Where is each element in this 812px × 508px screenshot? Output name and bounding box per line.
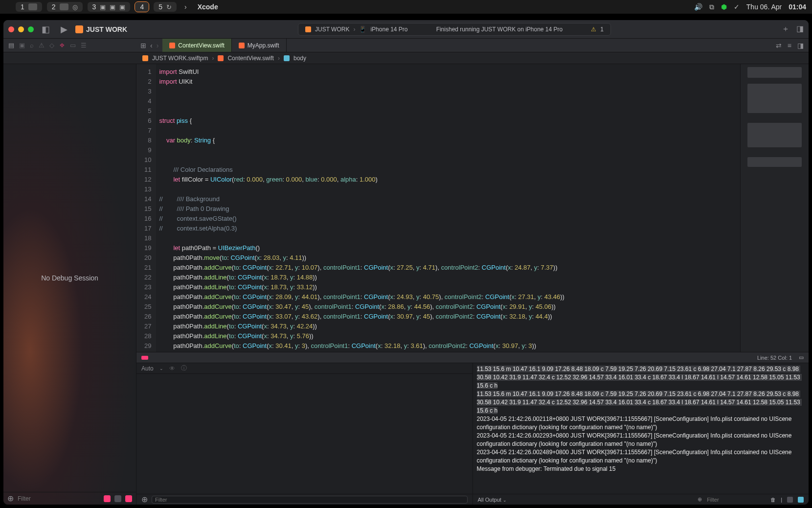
code-editor[interactable]: 1234567891011121314151617181920212223242… — [136, 64, 809, 352]
warning-count: 1 — [600, 26, 604, 33]
workspace-1[interactable]: 1 — [16, 2, 42, 12]
swift-file-icon — [239, 43, 245, 48]
crumb-project: JUST WORK.swiftpm — [152, 55, 208, 62]
check-icon[interactable]: ✓ — [734, 3, 740, 11]
navigator-filter-input[interactable] — [18, 495, 100, 502]
variables-pane-toggle[interactable] — [787, 497, 793, 503]
related-items-button[interactable]: ⊞ — [140, 42, 146, 49]
filter-pink-toggle[interactable] — [104, 495, 111, 502]
filter-icon: ⊕ — [7, 494, 14, 503]
filter-icon: ⊕ — [698, 496, 702, 503]
status-icon[interactable]: ⬢ — [721, 3, 727, 11]
editor-status-strip: Line: 52 Col: 1 ▭ — [136, 352, 809, 363]
xcode-toolbar: ◧ ▶ JUST WORK JUST WORK › 📱 iPhone 14 Pr… — [3, 20, 809, 39]
volume-icon[interactable]: 🔊 — [694, 3, 702, 11]
close-window-button[interactable] — [8, 26, 14, 32]
menubar-date[interactable]: Thu 06. Apr — [746, 3, 782, 11]
variables-scope-selector[interactable]: Auto — [141, 365, 154, 372]
project-icon — [305, 26, 311, 32]
editor-breadcrumb[interactable]: JUST WORK.swiftpm › ContentView.swift › … — [3, 52, 809, 64]
workspace-3[interactable]: 3▣▣▣ — [88, 2, 131, 12]
device-icon: 📱 — [359, 26, 366, 33]
menubar-app-name[interactable]: Xcode — [195, 3, 218, 11]
debug-navigator-empty: No Debug Session — [3, 64, 136, 492]
window-controls — [8, 26, 34, 32]
filter-toggle-2[interactable] — [114, 495, 121, 502]
nav-reports-icon[interactable]: ☰ — [81, 42, 87, 49]
left-navigator-panel: No Debug Session ⊕ — [3, 64, 136, 505]
toggle-left-panel-button[interactable]: ◧ — [39, 24, 53, 35]
property-icon — [284, 55, 290, 61]
canvas-toggle-icon[interactable]: ▭ — [799, 354, 804, 361]
nav-source-control-icon[interactable]: ▣ — [19, 42, 25, 49]
line-gutter: 1234567891011121314151617181920212223242… — [136, 64, 156, 352]
crumb-file: ContentView.swift — [227, 55, 274, 62]
debug-area: Auto⌄ 👁 ⓘ ⊕ 11.53 15.6 m 10.47 16.1 9.09… — [136, 363, 809, 505]
nav-debug-icon[interactable]: ❖ — [59, 42, 65, 49]
eye-icon[interactable]: 👁 — [169, 365, 175, 372]
control-center-icon[interactable]: ⧉ — [709, 3, 714, 11]
library-button[interactable]: ◨ — [796, 24, 804, 34]
back-button[interactable]: ‹ — [150, 42, 153, 49]
scheme-selector[interactable]: JUST WORK — [75, 25, 127, 33]
crumb-symbol: body — [293, 55, 306, 62]
console-filter-input[interactable] — [707, 497, 766, 503]
nav-tests-icon[interactable]: ◇ — [49, 42, 54, 49]
variables-filter-input[interactable] — [152, 496, 468, 504]
info-icon[interactable]: ⓘ — [181, 364, 187, 372]
reload-icon: ↻ — [166, 3, 172, 11]
nav-breakpoints-icon[interactable]: ▭ — [70, 42, 76, 49]
menubar-time[interactable]: 01:04 — [789, 3, 806, 11]
swift-file-icon — [218, 55, 224, 61]
status-message: Finished running JUST WORK on iPhone 14 … — [436, 26, 563, 33]
tab-label: ContentView.swift — [178, 42, 225, 49]
tab-label: MyApp.swift — [248, 42, 279, 49]
nav-find-icon[interactable]: ⚠︎ — [39, 42, 45, 49]
forward-button[interactable]: › — [157, 42, 159, 49]
filter-icon: ⊕ — [141, 495, 148, 504]
swift-file-icon — [169, 43, 175, 48]
add-editor-icon[interactable]: ◨ — [797, 42, 804, 49]
add-button[interactable]: ＋ — [782, 24, 789, 34]
discord-icon: ◎ — [72, 3, 78, 11]
zoom-window-button[interactable] — [28, 26, 34, 32]
chevron-right-icon: › — [181, 3, 190, 11]
console-view: 11.53 15.6 m 10.47 16.1 9.09 17.26 8.48 … — [473, 363, 809, 505]
tab-contentview[interactable]: ContentView.swift — [162, 39, 232, 52]
nav-symbols-icon[interactable]: ⌕ — [30, 42, 34, 49]
variables-view: Auto⌄ 👁 ⓘ ⊕ — [136, 363, 473, 505]
scheme-project-name: JUST WORK — [86, 25, 127, 33]
trash-icon[interactable]: 🗑 — [770, 497, 776, 503]
console-scope-selector[interactable]: All Output ⌄ — [478, 497, 507, 503]
console-pane-toggle[interactable] — [798, 497, 804, 503]
tab-myapp[interactable]: MyApp.swift — [232, 39, 287, 52]
minimize-window-button[interactable] — [18, 26, 24, 32]
xcode-window: ◧ ▶ JUST WORK JUST WORK › 📱 iPhone 14 Pr… — [3, 20, 809, 505]
breakpoint-indicator[interactable] — [141, 356, 148, 360]
warning-icon: ⚠︎ — [591, 26, 596, 33]
status-device: iPhone 14 Pro — [370, 26, 407, 33]
run-button[interactable]: ▶ — [58, 24, 70, 35]
macos-menubar: 1 2◎ 3▣▣▣ 4 5↻ › Xcode 🔊 ⧉ ⬢ ✓ Thu 06. A… — [0, 0, 812, 14]
adjust-editor-icon[interactable]: ≡ — [788, 42, 791, 49]
project-icon — [75, 25, 83, 33]
cursor-position: Line: 52 Col: 1 — [757, 355, 792, 361]
code-content[interactable]: import SwiftUIimport UIKit struct piss {… — [156, 64, 740, 352]
app-icon: ▣ — [100, 3, 106, 11]
workspace-2[interactable]: 2◎ — [47, 2, 83, 12]
navigator-filter-bar: ⊕ — [3, 492, 136, 505]
filter-pink-toggle-2[interactable] — [125, 495, 132, 502]
workspace-4[interactable]: 4 — [135, 2, 149, 12]
activity-status[interactable]: JUST WORK › 📱 iPhone 14 Pro Finished run… — [298, 23, 611, 36]
nav-files-icon[interactable]: ▤ — [8, 42, 14, 49]
workspace-5[interactable]: 5↻ — [154, 2, 177, 12]
project-icon — [142, 55, 148, 61]
navigator-toolbar: ▤ ▣ ⌕ ⚠︎ ◇ ❖ ▭ ☰ ⊞ ‹ › ContentView.swift… — [3, 39, 809, 52]
status-scheme: JUST WORK — [315, 26, 349, 33]
minimap[interactable] — [740, 64, 809, 352]
editor-options-icon[interactable]: ⇄ — [776, 42, 782, 49]
console-output[interactable]: 11.53 15.6 m 10.47 16.1 9.09 17.26 8.48 … — [473, 363, 809, 494]
